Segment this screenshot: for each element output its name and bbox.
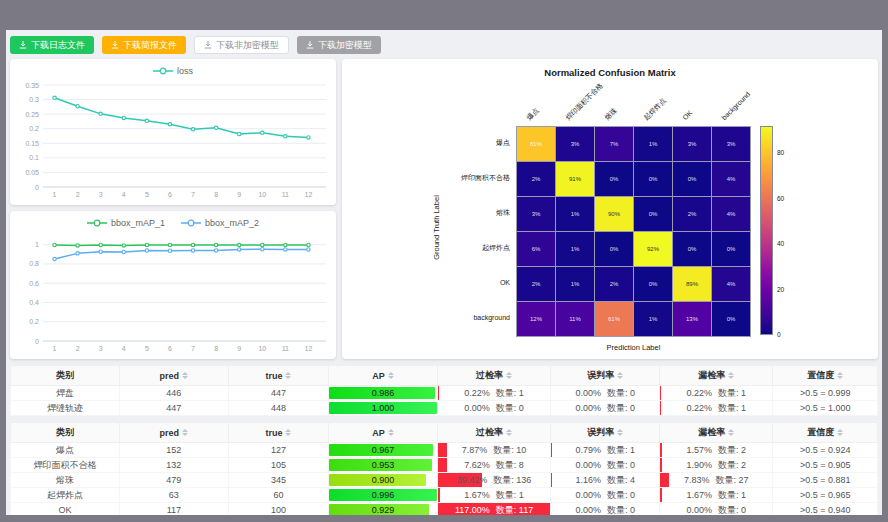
column-header-过检率[interactable]: 过检率 [438,423,551,443]
svg-text:1: 1 [53,345,57,352]
line-chart-canvas: 00.20.40.60.81123456789101112 [16,231,330,355]
column-header-label: 类别 [56,426,74,439]
sort-icon[interactable] [617,372,623,379]
matrix-cell: 13% [673,302,711,336]
cell-category: 起焊炸点 [11,488,120,503]
table-row: 焊印面积不合格1321050.9537.62%数量: 80.00%数量: 01.… [11,458,878,473]
sort-icon[interactable] [506,372,512,379]
column-header-label: pred [160,371,180,381]
cell-miss-rate: 0.00%数量: 0 [660,503,773,516]
column-header-AP[interactable]: AP [329,423,438,443]
download-encrypted-model-button[interactable]: 下载加密模型 [297,36,381,54]
cell-category: 焊印面积不合格 [11,458,120,473]
download-log-button[interactable]: 下载日志文件 [10,36,94,54]
legend-label: bbox_mAP_2 [205,218,259,228]
rate-bar [438,443,447,457]
svg-text:7: 7 [191,191,195,198]
matrix-cell: 4% [712,267,750,301]
legend-item-bbox_mAP_2[interactable]: bbox_mAP_2 [181,218,259,228]
matrix-cell: 6% [517,232,555,266]
svg-text:10: 10 [258,191,266,198]
column-header-漏检率[interactable]: 漏检率 [660,366,773,386]
svg-text:11: 11 [282,191,289,198]
sort-icon[interactable] [182,372,188,379]
column-header-漏检率[interactable]: 漏检率 [660,423,773,443]
download-plain-model-button[interactable]: 下载非加密模型 [194,36,289,54]
table-row: 焊盘4464470.9860.22%数量: 10.00%数量: 00.22%数量… [11,386,878,401]
column-header-pred[interactable]: pred [119,423,228,443]
svg-text:0.15: 0.15 [25,140,39,147]
cell-true: 447 [228,386,328,401]
legend-item-bbox_mAP_1[interactable]: bbox_mAP_1 [87,218,165,228]
svg-text:1: 1 [35,241,39,248]
cell-misjudge-rate: 0.00%数量: 0 [551,386,660,401]
sort-icon[interactable] [182,429,188,436]
cell-true: 345 [228,473,328,488]
colorbar-tick: 0 [777,332,781,338]
cell-category: 爆点 [11,443,120,458]
svg-text:7: 7 [191,345,195,352]
column-header-label: true [265,371,282,381]
column-header-误判率[interactable]: 误判率 [551,366,660,386]
sort-icon[interactable] [617,429,623,436]
column-header-AP[interactable]: AP [329,366,438,386]
matrix-cell: 0% [634,162,672,196]
matrix-cell: 0% [673,162,711,196]
cell-misjudge-rate: 0.00%数量: 0 [551,503,660,516]
sort-icon[interactable] [285,372,291,379]
sort-icon[interactable] [285,429,291,436]
confusion-matrix-grid: 81%3%7%1%3%3%2%91%0%0%0%4%3%1%90%0%2%4%6… [516,126,751,337]
cell-miss-rate: 0.22%数量: 1 [660,386,773,401]
sort-icon[interactable] [388,429,394,436]
line-chart-canvas: 00.050.10.150.20.250.30.3512345678910111… [16,79,330,201]
cell-true: 105 [228,458,328,473]
cell-miss-rate: 1.90%数量: 2 [660,458,773,473]
column-header-误判率[interactable]: 误判率 [551,423,660,443]
column-header-置信度[interactable]: 置信度 [773,366,878,386]
rate-bar [438,386,439,400]
colorbar-tick: 80 [777,150,784,156]
cell-miss-rate: 1.67%数量: 1 [660,488,773,503]
column-header-过检率[interactable]: 过检率 [438,366,551,386]
legend-item-loss[interactable]: loss [153,66,193,76]
legend-label: bbox_mAP_1 [111,218,165,228]
matrix-cell: 81% [517,127,555,161]
svg-text:11: 11 [282,345,289,352]
sort-icon[interactable] [837,429,843,436]
download-icon [111,41,119,49]
sort-icon[interactable] [506,429,512,436]
line-legend-icon [181,218,201,228]
column-header-pred[interactable]: pred [119,366,228,386]
cell-miss-rate: 0.22%数量: 1 [660,401,773,416]
svg-text:8: 8 [214,345,218,352]
sort-icon[interactable] [388,372,394,379]
download-report-button[interactable]: 下载简报文件 [102,36,186,54]
matrix-cell: 0% [595,162,633,196]
sort-icon[interactable] [728,429,734,436]
matrix-cell: 89% [673,267,711,301]
column-header-label: 漏检率 [698,426,725,439]
cell-confidence: >0.5 = 0.999 [773,386,878,401]
cell-category: 焊缝轨迹 [11,401,120,416]
column-header-label: AP [372,428,385,438]
cell-ap: 0.929 [329,503,438,516]
table-row: 爆点1521270.9677.87%数量: 100.79%数量: 11.57%数… [11,443,878,458]
svg-text:0.3: 0.3 [29,96,39,103]
cell-true: 60 [228,488,328,503]
column-header-true[interactable]: true [228,366,328,386]
column-header-label: 置信度 [807,369,834,382]
svg-text:8: 8 [214,191,218,198]
cell-pred: 447 [119,401,228,416]
confusion-matrix-xlabel: Prediction Label [516,343,751,352]
matrix-col-label: 焊印面积不合格 [564,82,604,122]
sort-icon[interactable] [728,372,734,379]
sort-icon[interactable] [837,372,843,379]
table-row: 熔珠4793450.90039.42%数量: 1361.16%数量: 47.83… [11,473,878,488]
button-label: 下载加密模型 [318,39,372,52]
column-header-true[interactable]: true [228,423,328,443]
column-header-置信度[interactable]: 置信度 [773,423,878,443]
download-icon [19,41,27,49]
matrix-cell: 1% [556,197,594,231]
matrix-cell: 7% [595,127,633,161]
download-icon [306,41,314,49]
